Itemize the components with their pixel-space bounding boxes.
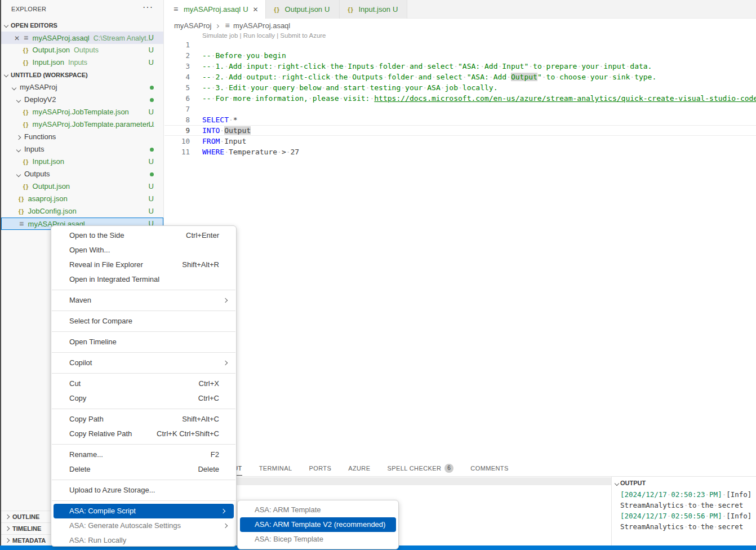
submenu-item-asa-arm-template[interactable]: ASA: ARM Template: [238, 503, 398, 517]
code-line[interactable]: 9INTO·Output: [164, 125, 756, 136]
codelens-action[interactable]: Simulate job: [202, 32, 238, 39]
json-file-icon: {}: [21, 180, 30, 193]
json-file-icon: {}: [273, 1, 282, 19]
whitespace-dot: ·: [630, 73, 634, 81]
open-editor-item[interactable]: {} Output.jsonOutputsU: [1, 44, 163, 56]
editor-tab-myASAProj.asaql[interactable]: ≡myASAProj.asaqlU✕: [164, 0, 266, 19]
menu-item-upload-to-azure-storage[interactable]: Upload to Azure Storage...: [51, 483, 236, 498]
menu-item-open-with[interactable]: Open With...: [51, 243, 236, 258]
output-log-line: StreamAnalytics·to·the·secret: [620, 500, 751, 511]
code-line[interactable]: 11WHERE·Temperature·>·27: [164, 147, 756, 157]
panel-tab-azure[interactable]: AZURE: [348, 461, 370, 476]
menu-item-label: Upload to Azure Storage...: [69, 486, 155, 494]
code-line[interactable]: 5--·3.·Edit·your·query·below·and·start·t…: [164, 82, 756, 93]
submenu-item-asa-bicep-template[interactable]: ASA: Bicep Template: [238, 532, 398, 547]
code-line[interactable]: 3--·1.·Add·input:·right-click·the·Inputs…: [164, 61, 756, 72]
file-description: Outputs: [74, 46, 99, 54]
code-link[interactable]: https://docs.microsoft.com/en-us/azure/s…: [374, 94, 756, 103]
tree-row[interactable]: Functions: [1, 131, 163, 143]
tree-row[interactable]: {} JobConfig.jsonU: [1, 205, 163, 218]
code-token: SELECT: [202, 116, 229, 124]
panel-tab-spell-checker[interactable]: SPELL CHECKER6: [387, 461, 453, 476]
code-editor[interactable]: 12--·Before·you·begin3--·1.·Add·input:·r…: [164, 39, 756, 157]
tree-row[interactable]: {} Output.jsonU: [1, 180, 163, 193]
editor-tab-Output.json[interactable]: {}Output.jsonU: [266, 0, 340, 19]
menu-item-maven[interactable]: Maven: [51, 293, 236, 308]
code-line[interactable]: 8SELECT·*: [164, 114, 756, 125]
close-icon[interactable]: ✕: [252, 6, 260, 14]
menu-item-reveal-in-file-explorer[interactable]: Reveal in File ExplorerShift+Alt+R: [51, 258, 236, 272]
tree-row[interactable]: Inputs: [1, 143, 163, 156]
asaql-file-icon: ≡: [17, 218, 26, 230]
explorer-title: EXPLORER: [11, 6, 46, 12]
menu-item-asa-compile-script[interactable]: ASA: Compile Script: [54, 504, 234, 518]
menu-item-asa-generate-autoscale-settings[interactable]: ASA: Generate Autoscale Settings: [51, 518, 236, 533]
code-line[interactable]: 2--·Before·you·begin: [164, 50, 756, 61]
editor-area: ≡myASAProj.asaqlU✕{}Output.jsonU{}Input.…: [164, 0, 756, 461]
whitespace-dot: ·: [374, 62, 379, 70]
tree-row[interactable]: {} asaproj.jsonU: [1, 193, 163, 205]
whitespace-dot: ·: [401, 83, 405, 92]
panel-tab-label: SPELL CHECKER: [387, 465, 441, 472]
code-line[interactable]: 10FROM·Input: [164, 136, 756, 147]
tree-row[interactable]: {} myASAProj.JobTemplate.parameter...U: [1, 118, 163, 131]
menu-item-cut[interactable]: CutCtrl+X: [51, 376, 236, 391]
whitespace-dot: ·: [277, 73, 282, 81]
panel-tab-comments[interactable]: COMMENTS: [470, 461, 508, 476]
code-token: Output: [511, 73, 537, 81]
menu-item-copy[interactable]: CopyCtrl+C: [51, 391, 236, 406]
tree-row[interactable]: {} myASAProj.JobTemplate.jsonU: [1, 106, 163, 118]
git-status-badge: U: [243, 5, 248, 14]
breadcrumb-item[interactable]: myASAProj.asaql: [231, 21, 290, 30]
open-editor-item[interactable]: {} Input.jsonInputsU: [1, 56, 163, 69]
tree-row[interactable]: Outputs: [1, 168, 163, 180]
menu-item-copy-relative-path[interactable]: Copy Relative PathCtrl+K Ctrl+Shift+C: [51, 427, 236, 441]
line-content: FROM·Input: [202, 136, 246, 147]
codelens-action[interactable]: Run locally: [243, 32, 275, 39]
output-panel: OUTPUT [2024/12/17·02:50:23·PM]·[Info]St…: [611, 477, 756, 545]
panel-tab-ports[interactable]: PORTS: [309, 461, 331, 476]
chevron-down-icon: [16, 172, 21, 177]
menu-item-copy-path[interactable]: Copy PathShift+Alt+C: [51, 412, 236, 427]
line-number: 2: [164, 50, 190, 61]
menu-item-shortcut: Ctrl+K Ctrl+Shift+C: [157, 427, 219, 441]
open-editors-section-header[interactable]: OPEN EDITORS: [1, 19, 163, 32]
tree-row[interactable]: DeployV2: [1, 94, 163, 106]
menu-item-delete[interactable]: DeleteDelete: [51, 462, 236, 477]
tree-row[interactable]: myASAProj: [1, 81, 163, 94]
menu-item-open-in-integrated-terminal[interactable]: Open in Integrated Terminal: [51, 272, 236, 287]
section-label: METADATA: [12, 537, 46, 544]
menu-item-open-timeline[interactable]: Open Timeline: [51, 335, 236, 349]
whitespace-dot: ·: [432, 73, 436, 81]
submenu-item-asa-arm-template-v2-recommended[interactable]: ASA: ARM Template V2 (recommended): [240, 517, 396, 532]
open-editors-title: OPEN EDITORS: [11, 22, 57, 29]
panel-tab-terminal[interactable]: TERMINAL: [259, 461, 292, 476]
codelens-action[interactable]: Submit to Azure: [280, 32, 326, 39]
code-line[interactable]: 1: [164, 39, 756, 50]
whitespace-dot: ·: [599, 62, 604, 70]
open-editor-item[interactable]: ✕≡ myASAProj.asaqlC:\Stream Analyt...U: [1, 32, 163, 44]
whitespace-dot: ·: [555, 73, 559, 81]
code-line[interactable]: 7: [164, 104, 756, 114]
codelens-actions: Simulate job | Run locally | Submit to A…: [202, 32, 326, 39]
code-line[interactable]: 4--·2.·Add·output:·right-click·the·Outpu…: [164, 72, 756, 82]
menu-item-select-for-compare[interactable]: Select for Compare: [51, 314, 236, 329]
breadcrumb[interactable]: myASAProj≡ myASAProj.asaql: [174, 19, 290, 32]
close-icon[interactable]: ✕: [12, 32, 21, 45]
git-status-badge: U: [149, 118, 154, 131]
whitespace-dot: ·: [224, 62, 229, 70]
breadcrumb-item[interactable]: myASAProj: [174, 21, 211, 30]
file-name: Output.json: [30, 46, 70, 54]
menu-item-copilot[interactable]: Copilot: [51, 356, 236, 370]
workspace-section-header[interactable]: UNTITLED (WORKSPACE): [1, 69, 163, 81]
menu-item-label: Copy: [69, 394, 86, 402]
menu-item-open-to-the-side[interactable]: Open to the SideCtrl+Enter: [51, 228, 236, 243]
menu-item-label: ASA: ARM Template: [255, 505, 321, 514]
menu-item-asa-run-locally[interactable]: ASA: Run Locally: [51, 533, 236, 547]
more-actions-icon[interactable]: ···: [143, 2, 153, 12]
output-section-header[interactable]: OUTPUT: [615, 478, 646, 487]
code-line[interactable]: 6--·For·more·information,·please·visit:·…: [164, 93, 756, 104]
tree-row[interactable]: {} Input.jsonU: [1, 156, 163, 168]
menu-item-rename[interactable]: Rename...F2: [51, 447, 236, 462]
editor-tab-Input.json[interactable]: {}Input.jsonU: [340, 0, 408, 19]
